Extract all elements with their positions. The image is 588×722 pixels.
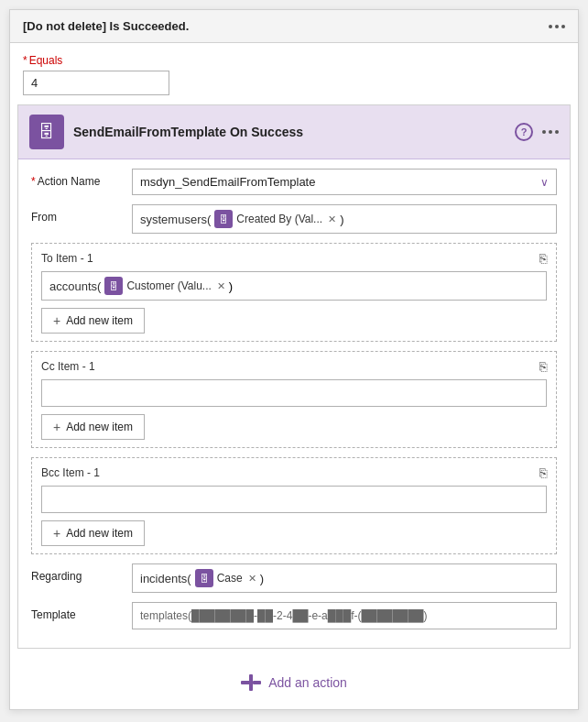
- from-prefix: systemusers(: [140, 213, 211, 226]
- to-add-label: Add new item: [66, 314, 133, 327]
- cc-copy-icon[interactable]: ⎘: [539, 359, 547, 374]
- cc-label: Cc Item - 1: [41, 360, 95, 373]
- action-icon: 🗄: [29, 115, 64, 149]
- equals-label: *Equals: [23, 54, 565, 67]
- to-suffix: ): [229, 279, 233, 293]
- regarding-suffix: ): [260, 572, 264, 585]
- bcc-label: Bcc Item - 1: [41, 466, 100, 479]
- regarding-token-icon: 🗄: [195, 569, 213, 587]
- action-name-select[interactable]: msdyn_SendEmailFromTemplate ∨: [132, 169, 557, 195]
- bcc-label-row: Bcc Item - 1 ⎘: [41, 465, 547, 480]
- action-block: 🗄 SendEmailFromTemplate On Success ? *Ac…: [17, 104, 571, 649]
- to-label-row: To Item - 1 ⎘: [41, 251, 547, 266]
- equals-section: *Equals: [10, 43, 578, 104]
- to-input[interactable]: accounts( 🗄 Customer (Valu... ✕ ): [41, 271, 547, 301]
- to-token-icon: 🗄: [104, 277, 123, 295]
- add-action-label[interactable]: Add an action: [268, 675, 347, 690]
- regarding-token-close[interactable]: ✕: [248, 573, 256, 585]
- action-name-label: *Action Name: [31, 169, 132, 188]
- help-button[interactable]: ?: [515, 123, 533, 141]
- action-header: 🗄 SendEmailFromTemplate On Success ?: [18, 105, 570, 159]
- database-icon: 🗄: [38, 123, 55, 142]
- add-action-area: Add an action: [10, 656, 578, 709]
- to-token: 🗄 Customer (Valu... ✕: [104, 277, 224, 295]
- from-input[interactable]: systemusers( 🗄 Created By (Val... ✕ ): [132, 204, 557, 234]
- header: [Do not delete] Is Succeeded.: [10, 10, 578, 43]
- bcc-add-new-button[interactable]: + Add new item: [41, 520, 145, 546]
- from-control: systemusers( 🗄 Created By (Val... ✕ ): [132, 204, 557, 234]
- chevron-down-icon: ∨: [540, 176, 549, 189]
- from-token-text: Created By (Val...: [236, 213, 322, 225]
- bcc-plus-icon: +: [53, 526, 60, 541]
- action-name-control: msdyn_SendEmailFromTemplate ∨: [132, 169, 557, 195]
- main-container: [Do not delete] Is Succeeded. *Equals 🗄 …: [9, 9, 579, 710]
- cc-label-row: Cc Item - 1 ⎘: [41, 359, 547, 374]
- equals-input[interactable]: [23, 71, 169, 95]
- to-label: To Item - 1: [41, 252, 93, 265]
- svg-rect-1: [249, 674, 253, 691]
- regarding-token: 🗄 Case ✕: [195, 569, 256, 587]
- bcc-section: Bcc Item - 1 ⎘ + Add new item: [31, 457, 557, 554]
- from-token: 🗄 Created By (Val... ✕: [214, 210, 336, 228]
- regarding-input[interactable]: incidents( 🗄 Case ✕ ): [132, 563, 557, 593]
- form-body: *Action Name msdyn_SendEmailFromTemplate…: [18, 159, 570, 648]
- to-copy-icon[interactable]: ⎘: [539, 251, 547, 266]
- template-control: templates(████████-██-2-4██-e-a███f-(███…: [132, 602, 557, 629]
- action-name-row: *Action Name msdyn_SendEmailFromTemplate…: [31, 169, 557, 195]
- cc-plus-icon: +: [53, 420, 60, 434]
- cc-add-label: Add new item: [66, 421, 133, 433]
- to-token-close[interactable]: ✕: [217, 280, 225, 292]
- from-token-close[interactable]: ✕: [328, 213, 336, 225]
- to-section: To Item - 1 ⎘ accounts( 🗄 Customer (Valu…: [31, 243, 557, 342]
- to-add-new-button[interactable]: + Add new item: [41, 308, 145, 334]
- cc-input[interactable]: [41, 379, 547, 407]
- template-input[interactable]: templates(████████-██-2-4██-e-a███f-(███…: [132, 602, 557, 629]
- to-token-text: Customer (Valu...: [126, 279, 211, 292]
- bcc-input[interactable]: [41, 486, 547, 513]
- add-action-icon: [241, 674, 261, 691]
- from-suffix: ): [340, 213, 343, 226]
- template-value: templates(████████-██-2-4██-e-a███f-(███…: [140, 609, 428, 622]
- header-title: [Do not delete] Is Succeeded.: [23, 19, 189, 33]
- from-label: From: [31, 204, 132, 224]
- regarding-label: Regarding: [31, 563, 132, 583]
- bcc-copy-icon[interactable]: ⎘: [539, 465, 547, 480]
- to-plus-icon: +: [53, 313, 60, 328]
- from-token-icon: 🗄: [214, 210, 233, 228]
- action-header-left: 🗄 SendEmailFromTemplate On Success: [29, 115, 303, 149]
- action-title: SendEmailFromTemplate On Success: [73, 125, 303, 139]
- action-menu-button[interactable]: [542, 130, 559, 134]
- cc-section: Cc Item - 1 ⎘ + Add new item: [31, 351, 557, 448]
- svg-rect-2: [253, 681, 261, 684]
- template-label: Template: [31, 602, 132, 621]
- action-header-right: ?: [515, 123, 559, 141]
- from-row: From systemusers( 🗄 Created By (Val... ✕…: [31, 204, 557, 234]
- action-name-value: msdyn_SendEmailFromTemplate: [140, 175, 315, 189]
- cc-add-new-button[interactable]: + Add new item: [41, 414, 145, 440]
- regarding-token-text: Case: [217, 572, 243, 585]
- regarding-prefix: incidents(: [140, 572, 191, 585]
- template-row: Template templates(████████-██-2-4██-e-a…: [31, 602, 557, 629]
- header-menu[interactable]: [549, 25, 565, 28]
- regarding-control: incidents( 🗄 Case ✕ ): [132, 563, 557, 593]
- regarding-row: Regarding incidents( 🗄 Case ✕ ): [31, 563, 557, 593]
- to-prefix: accounts(: [49, 279, 101, 293]
- bcc-add-label: Add new item: [66, 527, 133, 540]
